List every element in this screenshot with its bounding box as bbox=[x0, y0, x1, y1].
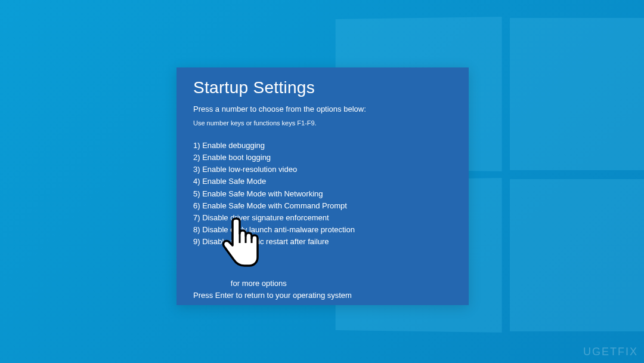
subtitle: Press a number to choose from the option… bbox=[193, 104, 452, 113]
logo-panel bbox=[510, 18, 644, 170]
footer-line-1: Press F10 for more options bbox=[193, 278, 452, 290]
option-safe-mode-cmd[interactable]: 6) Enable Safe Mode with Command Prompt bbox=[193, 200, 452, 212]
option-low-resolution[interactable]: 3) Enable low-resolution video bbox=[193, 164, 452, 176]
option-disable-antimalware[interactable]: 8) Disable early launch anti-malware pro… bbox=[193, 224, 452, 236]
startup-settings-panel[interactable]: Startup Settings Press a number to choos… bbox=[177, 67, 469, 305]
options-list: 1) Enable debugging 2) Enable boot loggi… bbox=[193, 140, 452, 248]
option-safe-mode[interactable]: 4) Enable Safe Mode bbox=[193, 176, 452, 187]
option-safe-mode-networking[interactable]: 5) Enable Safe Mode with Networking bbox=[193, 188, 452, 200]
option-disable-driver-sig[interactable]: 7) Disable driver signature enforcement bbox=[193, 212, 452, 224]
hint-text: Use number keys or functions keys F1-F9. bbox=[193, 119, 452, 127]
option-debugging[interactable]: 1) Enable debugging bbox=[193, 140, 452, 152]
footer-line-2: Press Enter to return to your operating … bbox=[193, 290, 452, 302]
option-disable-auto-restart[interactable]: 9) Disable automatic restart after failu… bbox=[193, 236, 452, 248]
logo-panel bbox=[510, 179, 644, 331]
footer-instructions: Press F10 for more options Press Enter t… bbox=[193, 278, 452, 301]
page-title: Startup Settings bbox=[193, 78, 452, 97]
option-boot-logging[interactable]: 2) Enable boot logging bbox=[193, 152, 452, 164]
watermark: UGETFIX bbox=[583, 346, 638, 358]
